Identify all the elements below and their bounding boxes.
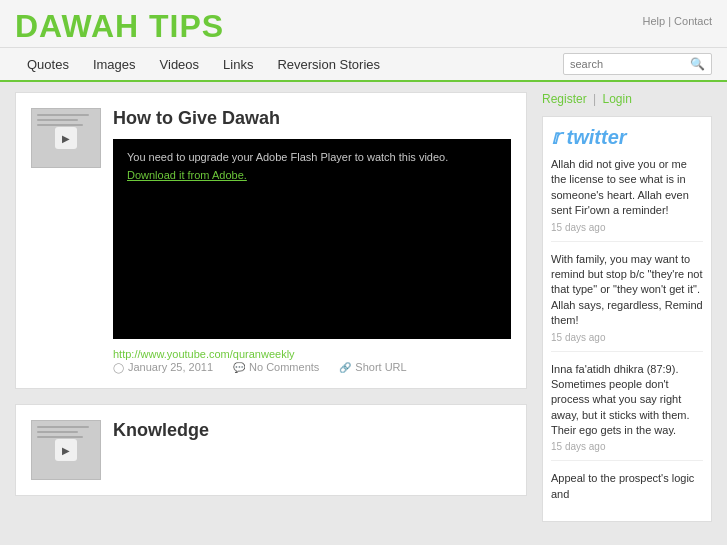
article-body-2: Knowledge — [113, 420, 511, 480]
tweet-text-3: Inna fa'atidh dhikra (87:9). Sometimes p… — [551, 362, 703, 439]
search-box: 🔍 — [563, 53, 712, 75]
register-link[interactable]: Register — [542, 92, 587, 106]
link-icon: 🔗 — [339, 362, 351, 373]
article-date: January 25, 2011 — [128, 361, 213, 373]
login-link[interactable]: Login — [603, 92, 632, 106]
article-url[interactable]: http://www.youtube.com/quranweekly — [113, 348, 295, 360]
twitter-bird-icon: 𝕣 — [551, 126, 561, 148]
nav-videos[interactable]: Videos — [148, 49, 212, 80]
article-card-2: ▶ Knowledge — [15, 404, 527, 496]
tweet-text-1: Allah did not give you or me the license… — [551, 157, 703, 219]
tweet-item-2: With family, you may want to remind but … — [551, 252, 703, 352]
tweet-item-3: Inna fa'atidh dhikra (87:9). Sometimes p… — [551, 362, 703, 462]
help-link[interactable]: Help — [642, 15, 665, 27]
article-body-1: How to Give Dawah You need to upgrade yo… — [113, 108, 511, 373]
meta-date: ◯ January 25, 2011 — [113, 361, 213, 373]
play-button-2[interactable]: ▶ — [55, 439, 77, 461]
header-links: Help | Contact — [642, 10, 712, 27]
contact-link[interactable]: Contact — [674, 15, 712, 27]
article-meta: ◯ January 25, 2011 💬 No Comments 🔗 Short… — [113, 361, 511, 373]
tweet-time-1: 15 days ago — [551, 222, 703, 233]
tweet-item-4: Appeal to the prospect's logic and — [551, 471, 703, 513]
twitter-box: 𝕣 twitter Allah did not give you or me t… — [542, 116, 712, 522]
tweet-item-1: Allah did not give you or me the license… — [551, 157, 703, 242]
main-content: ▶ How to Give Dawah You need to upgrade … — [0, 82, 727, 532]
meta-comments: 💬 No Comments — [233, 361, 319, 373]
comment-icon: 💬 — [233, 362, 245, 373]
twitter-label: twitter — [567, 126, 627, 148]
site-logo: DAWAH TIPS — [15, 10, 224, 47]
short-url-label[interactable]: Short URL — [355, 361, 406, 373]
page-header: DAWAH TIPS Help | Contact — [0, 0, 727, 48]
sidebar-auth: Register | Login — [542, 92, 712, 106]
sidebar: Register | Login 𝕣 twitter Allah did not… — [542, 92, 712, 522]
video-download-link[interactable]: Download it from Adobe. — [127, 169, 247, 181]
nav-images[interactable]: Images — [81, 49, 148, 80]
search-icon[interactable]: 🔍 — [690, 57, 705, 71]
tweet-text-2: With family, you may want to remind but … — [551, 252, 703, 329]
meta-shorturl: 🔗 Short URL — [339, 361, 406, 373]
article-card-1: ▶ How to Give Dawah You need to upgrade … — [15, 92, 527, 389]
article-thumbnail-2: ▶ — [31, 420, 101, 480]
nav-reversion-stories[interactable]: Reversion Stories — [265, 49, 392, 80]
nav-links: Quotes Images Videos Links Reversion Sto… — [15, 49, 392, 80]
comments-count[interactable]: No Comments — [249, 361, 319, 373]
article-thumbnail: ▶ — [31, 108, 101, 168]
articles-list: ▶ How to Give Dawah You need to upgrade … — [15, 92, 527, 522]
video-block: You need to upgrade your Adobe Flash Pla… — [113, 139, 511, 339]
nav-links[interactable]: Links — [211, 49, 265, 80]
video-message: You need to upgrade your Adobe Flash Pla… — [127, 151, 497, 163]
tweet-time-3: 15 days ago — [551, 441, 703, 452]
play-button[interactable]: ▶ — [55, 127, 77, 149]
article-title-1: How to Give Dawah — [113, 108, 511, 129]
twitter-logo: 𝕣 twitter — [551, 125, 703, 149]
main-nav: Quotes Images Videos Links Reversion Sto… — [0, 48, 727, 82]
nav-quotes[interactable]: Quotes — [15, 49, 81, 80]
clock-icon: ◯ — [113, 362, 124, 373]
article-title-2: Knowledge — [113, 420, 511, 441]
tweet-text-4: Appeal to the prospect's logic and — [551, 471, 703, 502]
search-input[interactable] — [570, 58, 690, 70]
tweet-time-2: 15 days ago — [551, 332, 703, 343]
